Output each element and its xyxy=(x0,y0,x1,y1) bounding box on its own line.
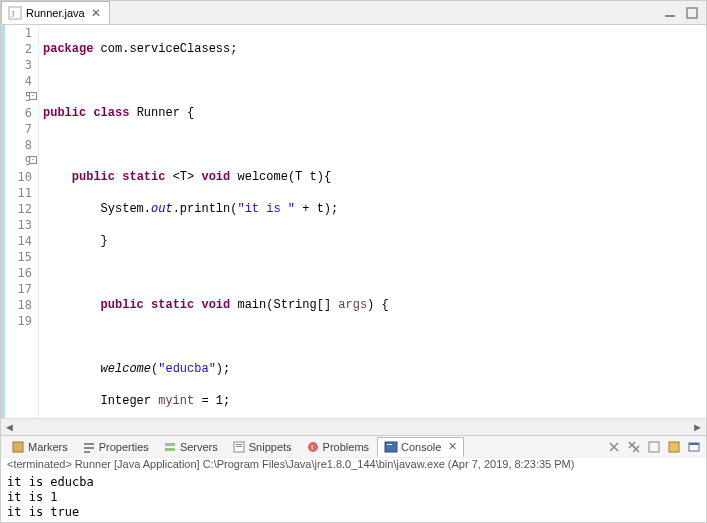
console-output[interactable]: it is educba it is 1 it is true xyxy=(1,473,706,522)
tab-snippets[interactable]: Snippets xyxy=(226,438,298,456)
close-icon[interactable]: ✕ xyxy=(444,440,457,453)
tab-console[interactable]: Console ✕ xyxy=(377,437,464,457)
java-file-icon: J xyxy=(8,6,22,20)
scroll-left-icon[interactable]: ◄ xyxy=(1,420,18,435)
svg-rect-18 xyxy=(669,442,679,452)
fold-icon[interactable]: - xyxy=(29,156,37,164)
close-icon[interactable]: ✕ xyxy=(89,6,103,20)
svg-rect-6 xyxy=(84,447,94,449)
tab-servers[interactable]: Servers xyxy=(157,438,224,456)
fold-icon[interactable]: - xyxy=(29,92,37,100)
bottom-tabbar: Markers Properties Servers Snippets ! Pr… xyxy=(1,435,706,457)
editor-tab-runner[interactable]: J Runner.java ✕ xyxy=(1,1,110,24)
remove-launch-icon[interactable] xyxy=(606,439,622,455)
tab-problems[interactable]: ! Problems xyxy=(300,438,375,456)
svg-rect-16 xyxy=(387,444,392,445)
tab-markers[interactable]: Markers xyxy=(5,438,74,456)
svg-rect-5 xyxy=(84,443,94,445)
console-icon xyxy=(384,440,398,454)
svg-text:J: J xyxy=(11,9,15,19)
line-number-gutter: 1 2 3 4 5- 6 7 8 9- 10 11 12 13 14 15 16… xyxy=(5,25,39,418)
markers-icon xyxy=(11,440,25,454)
tab-properties[interactable]: Properties xyxy=(76,438,155,456)
code-editor[interactable]: 1 2 3 4 5- 6 7 8 9- 10 11 12 13 14 15 16… xyxy=(1,25,706,418)
svg-rect-2 xyxy=(665,15,675,17)
pin-console-icon[interactable] xyxy=(646,439,662,455)
svg-rect-15 xyxy=(385,442,397,452)
code-area[interactable]: package com.serviceClasess; public class… xyxy=(39,25,706,418)
svg-rect-3 xyxy=(687,8,697,18)
svg-rect-11 xyxy=(236,444,242,445)
svg-text:!: ! xyxy=(311,443,313,452)
svg-rect-20 xyxy=(689,443,699,445)
horizontal-scrollbar[interactable]: ◄ ► xyxy=(1,418,706,435)
maximize-icon[interactable] xyxy=(684,5,700,21)
scroll-right-icon[interactable]: ► xyxy=(689,420,706,435)
remove-all-icon[interactable] xyxy=(626,439,642,455)
servers-icon xyxy=(163,440,177,454)
open-console-icon[interactable] xyxy=(686,439,702,455)
snippets-icon xyxy=(232,440,246,454)
properties-icon xyxy=(82,440,96,454)
svg-rect-9 xyxy=(165,448,175,451)
svg-rect-17 xyxy=(649,442,659,452)
editor-tabbar: J Runner.java ✕ xyxy=(1,1,706,25)
svg-rect-8 xyxy=(165,443,175,446)
console-header: <terminated> Runner [Java Application] C… xyxy=(1,457,706,473)
display-selected-console-icon[interactable] xyxy=(666,439,682,455)
svg-rect-7 xyxy=(84,451,90,453)
scrollbar-track[interactable] xyxy=(18,420,689,435)
problems-icon: ! xyxy=(306,440,320,454)
svg-rect-4 xyxy=(13,442,23,452)
minimize-icon[interactable] xyxy=(662,5,678,21)
svg-rect-12 xyxy=(236,446,242,447)
editor-tab-label: Runner.java xyxy=(26,7,85,19)
